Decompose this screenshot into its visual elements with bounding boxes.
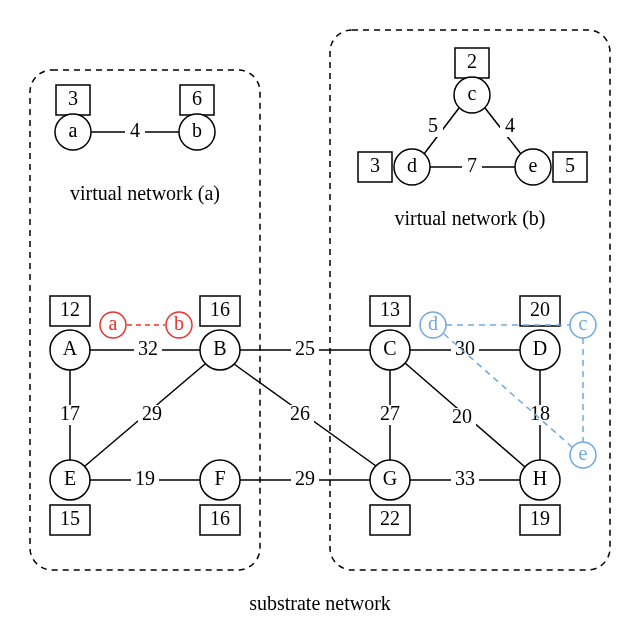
sub-node-B-box-value: 16 bbox=[210, 298, 230, 320]
sub-node-D-box-value: 20 bbox=[530, 298, 550, 320]
vn-b-node-c-label: c bbox=[468, 82, 477, 104]
sub-node-B-label: B bbox=[213, 337, 226, 359]
sub-edge-AB-weight: 32 bbox=[138, 337, 158, 359]
map-b-node-c-label: c bbox=[579, 312, 588, 334]
sub-edge-GH-weight: 33 bbox=[455, 467, 475, 489]
sub-node-F: 16 F bbox=[200, 460, 240, 535]
map-a-node-a-label: a bbox=[109, 312, 118, 334]
sub-node-G: 22 G bbox=[370, 460, 410, 535]
vn-b-node-e-box-value: 5 bbox=[565, 154, 575, 176]
sub-node-B: 16 B bbox=[200, 296, 240, 370]
vn-b-node-e-label: e bbox=[529, 154, 538, 176]
sub-node-A: 12 A bbox=[50, 296, 90, 370]
sub-node-H: 19 H bbox=[520, 460, 560, 535]
substrate-caption: substrate network bbox=[249, 592, 391, 614]
sub-node-E: 15 E bbox=[50, 460, 90, 535]
map-b-node-e: e bbox=[570, 442, 596, 468]
vn-a-node-a-label: a bbox=[69, 119, 78, 141]
vn-b-node-c: 2 c bbox=[454, 48, 490, 113]
vn-b-edge-cd-weight: 5 bbox=[428, 114, 438, 136]
sub-node-H-box-value: 19 bbox=[530, 507, 550, 529]
vn-a-node-b: 6 b bbox=[179, 85, 215, 150]
sub-edge-BE-weight: 29 bbox=[142, 402, 162, 424]
vn-b-caption: virtual network (b) bbox=[394, 207, 545, 230]
vn-a-node-a: 3 a bbox=[55, 85, 91, 150]
sub-node-E-label: E bbox=[64, 467, 76, 489]
sub-node-E-box-value: 15 bbox=[60, 507, 80, 529]
map-b-node-d: d bbox=[420, 312, 446, 338]
sub-node-A-box-value: 12 bbox=[60, 298, 80, 320]
sub-edge-AE-weight: 17 bbox=[60, 402, 80, 424]
vn-b-edge-ce-weight: 4 bbox=[505, 114, 515, 136]
map-a-node-a: a bbox=[100, 312, 126, 338]
sub-edge-CH-weight: 20 bbox=[452, 405, 472, 427]
map-a-node-b: b bbox=[166, 312, 192, 338]
sub-edge-FG-weight: 29 bbox=[295, 467, 315, 489]
vn-b-node-d: 3 d bbox=[358, 149, 430, 185]
sub-edge-BC-weight: 25 bbox=[295, 337, 315, 359]
sub-node-C: 13 C bbox=[370, 296, 410, 370]
vn-a-node-b-label: b bbox=[192, 119, 202, 141]
sub-node-H-label: H bbox=[533, 467, 547, 489]
sub-node-A-label: A bbox=[63, 337, 78, 359]
sub-edge-CG-weight: 27 bbox=[380, 402, 400, 424]
vn-b-node-c-box-value: 2 bbox=[467, 50, 477, 72]
map-b-node-d-label: d bbox=[428, 312, 438, 334]
vn-b-edge-de-weight: 7 bbox=[467, 154, 477, 176]
map-b-node-e-label: e bbox=[579, 442, 588, 464]
sub-node-D-label: D bbox=[533, 337, 547, 359]
vn-a-edge-ab-weight: 4 bbox=[130, 119, 140, 141]
map-b-node-c: c bbox=[570, 312, 596, 338]
sub-node-G-label: G bbox=[383, 467, 397, 489]
sub-edge-DH-weight: 18 bbox=[530, 402, 550, 424]
vn-a-caption: virtual network (a) bbox=[70, 182, 220, 205]
sub-node-F-box-value: 16 bbox=[210, 507, 230, 529]
map-a-node-b-label: b bbox=[174, 312, 184, 334]
sub-node-D: 20 D bbox=[520, 296, 560, 370]
sub-edge-CD-weight: 30 bbox=[455, 337, 475, 359]
sub-edge-EF-weight: 19 bbox=[135, 467, 155, 489]
sub-node-F-label: F bbox=[214, 467, 225, 489]
vn-a-node-a-box-value: 3 bbox=[68, 87, 78, 109]
sub-node-C-box-value: 13 bbox=[380, 298, 400, 320]
sub-node-G-box-value: 22 bbox=[380, 507, 400, 529]
vn-a-node-b-box-value: 6 bbox=[192, 87, 202, 109]
vn-b-node-d-label: d bbox=[407, 154, 417, 176]
vn-b-node-d-box-value: 3 bbox=[370, 154, 380, 176]
vn-b-node-e: 5 e bbox=[515, 149, 587, 185]
sub-node-C-label: C bbox=[383, 337, 396, 359]
sub-edge-BG-weight: 26 bbox=[290, 402, 310, 424]
